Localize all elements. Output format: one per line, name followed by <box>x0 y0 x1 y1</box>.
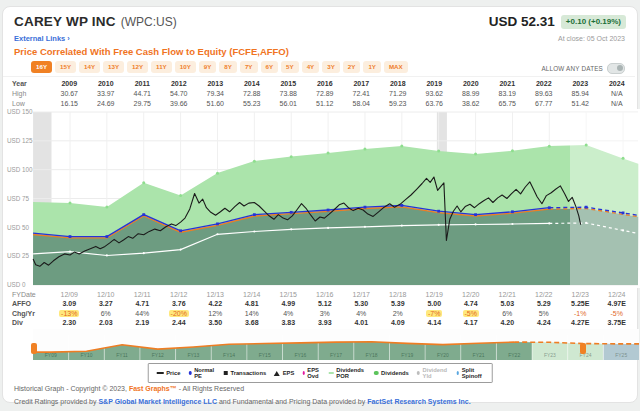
legend-item-normal-pe[interactable]: Normal PE <box>188 367 215 379</box>
legend-item-dividends-por[interactable]: Dividends POR <box>329 367 366 379</box>
normal-pe-marker <box>69 235 72 238</box>
year-cell: 2014 <box>234 79 271 89</box>
dividends-por-marker <box>437 149 440 152</box>
affo-cell: 4.81 <box>234 299 271 308</box>
dividends-marker <box>327 227 329 229</box>
legend-item-price[interactable]: Price <box>157 370 181 376</box>
fydate-cell: 12/18 <box>380 290 417 299</box>
scrubber-handle-right[interactable] <box>580 343 586 354</box>
scrubber-handle-left[interactable] <box>31 343 37 354</box>
range-button-11y[interactable]: 11Y <box>151 61 172 73</box>
eps-ovd-swatch-icon <box>302 371 305 376</box>
legend-item-eps[interactable]: EPS <box>274 370 294 376</box>
dividends-swatch-icon <box>374 371 379 376</box>
scrubber-fy-label: FY22 <box>508 352 520 358</box>
legend-item-transactions[interactable]: Transactions <box>223 370 266 376</box>
year-cell: 2011 <box>124 79 161 89</box>
scrubber-fy-label: FY13 <box>187 352 199 358</box>
dividends-marker <box>401 225 403 227</box>
scrubber-fy-label: FY12 <box>152 352 164 358</box>
providers-mid: and Fundamental and Pricing Data provide… <box>217 398 367 405</box>
range-button-max[interactable]: MAX <box>384 61 408 73</box>
low-cell: 56.01 <box>270 99 307 109</box>
legend-item-dividend-yld[interactable]: Dividend Yld <box>417 367 448 379</box>
dividends-por-marker <box>216 172 219 175</box>
legend-item-eps-ovd[interactable]: EPS Ovd <box>302 367 321 379</box>
fydate-cell: 12/23 <box>562 290 599 299</box>
low-cell: 29.75 <box>124 99 161 109</box>
range-button-2y[interactable]: 2Y <box>343 61 361 73</box>
div-cell: 2.30 <box>51 318 88 327</box>
chg-value: -1% <box>574 310 586 317</box>
chg-cell: 2% <box>380 309 417 318</box>
range-button-15y[interactable]: 15Y <box>55 61 76 73</box>
scrubber-fy-label: FY11 <box>116 352 128 358</box>
chg-value: 12% <box>208 310 222 317</box>
range-button-6y[interactable]: 6Y <box>261 61 279 73</box>
chg-cell: 5% <box>526 309 563 318</box>
dividends-marker <box>474 223 476 225</box>
allow-any-dates-toggle[interactable] <box>607 63 625 74</box>
timeline-scrubber[interactable]: FY09FY10FY11FY12FY13FY14FY15FY16FY17FY18… <box>33 329 639 360</box>
copyright-prefix: Historical Graph - Copyright © 2023, <box>14 385 129 392</box>
fydate-cell: 12/15 <box>270 290 307 299</box>
chg-value: 6% <box>502 310 512 317</box>
range-button-7y[interactable]: 7Y <box>240 61 258 73</box>
affo-cell: 5.12 <box>307 299 344 308</box>
chg-value: -5% <box>463 310 479 317</box>
chg-value: -20% <box>169 310 189 317</box>
normal-pe-marker <box>400 204 403 207</box>
dividends-por-marker <box>327 151 330 154</box>
range-button-16y[interactable]: 16Y <box>31 61 52 73</box>
chg-value: 2% <box>393 310 403 317</box>
data-providers-line: Credit Ratings provided by S&P Global Ma… <box>14 398 471 405</box>
range-button-10y[interactable]: 10Y <box>175 61 196 73</box>
dividends-marker <box>364 226 366 228</box>
low-cell: 16.15 <box>51 99 88 109</box>
low-cell: 67.77 <box>526 99 563 109</box>
year-cell: 2012 <box>161 79 198 89</box>
chg-value: 4% <box>356 310 366 317</box>
fydate-cell: 12/14 <box>234 290 271 299</box>
factset-link[interactable]: FactSet Research Systems Inc. <box>367 398 471 405</box>
chg-cell: 4% <box>270 309 307 318</box>
dividends-marker <box>216 233 218 235</box>
low-cell: 59.23 <box>380 99 417 109</box>
affo-cell: 3.27 <box>88 299 125 308</box>
high-cell: 71.29 <box>380 89 417 99</box>
chg-label: Chg/Yr <box>3 309 51 318</box>
high-cell: N/A <box>599 89 636 99</box>
div-cell: 3.75E <box>599 318 636 327</box>
range-button-9y[interactable]: 9Y <box>199 61 217 73</box>
external-links-link[interactable]: External Links› <box>14 34 70 43</box>
sp-global-link[interactable]: S&P Global Market Intelligence LLC <box>98 398 217 405</box>
high-cell: 83.19 <box>489 89 526 99</box>
range-button-3y[interactable]: 3Y <box>322 61 340 73</box>
range-button-14y[interactable]: 14Y <box>79 61 100 73</box>
dividends-por-marker <box>511 149 514 152</box>
high-cell: 88.99 <box>453 89 490 99</box>
price-correlation-chart[interactable]: USD 150USD 125USD 100USD 75USD 50USD 25U… <box>3 109 640 288</box>
range-button-12y[interactable]: 12Y <box>127 61 148 73</box>
range-button-13y[interactable]: 13Y <box>103 61 124 73</box>
range-button-4y[interactable]: 4Y <box>302 61 320 73</box>
div-row: Div2.302.032.192.443.503.683.833.934.014… <box>3 318 635 327</box>
year-cell: 2021 <box>489 79 526 89</box>
range-button-5y[interactable]: 5Y <box>281 61 299 73</box>
scrubber-svg: FY09FY10FY11FY12FY13FY14FY15FY16FY17FY18… <box>33 329 639 360</box>
dividends-por-swatch-icon <box>329 372 334 374</box>
legend-item-split-spinoff[interactable]: Split Spinoff <box>456 367 483 379</box>
affo-cell: 5.25E <box>562 299 599 308</box>
legend-item-dividends[interactable]: Dividends <box>374 370 409 376</box>
low-cell: 38.62 <box>453 99 490 109</box>
affo-cell: 5.30 <box>343 299 380 308</box>
range-button-8y[interactable]: 8Y <box>219 61 237 73</box>
year-row: Year200920102011201220132014201520162017… <box>3 79 635 89</box>
range-button-1y[interactable]: 1Y <box>363 61 381 73</box>
normal-pe-marker <box>622 212 625 215</box>
year-cell: 2024 <box>599 79 636 89</box>
year-cell: 2015 <box>270 79 307 89</box>
dividends-por-marker <box>585 144 588 147</box>
year-cell: 2010 <box>88 79 125 89</box>
year-cell: 2013 <box>197 79 234 89</box>
